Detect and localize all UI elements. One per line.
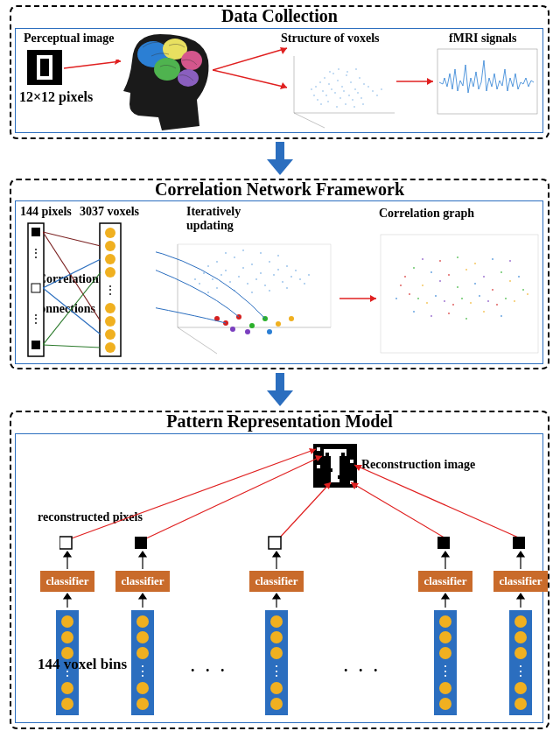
correlation-label: Correlation [38, 272, 99, 286]
bins-label: 144 voxel bins [38, 656, 143, 673]
down-arrow-1 [267, 142, 293, 177]
ellipsis-2: . . . [344, 657, 382, 676]
connections-label: connections [34, 302, 95, 316]
panel-pattern-representation: Pattern Representation Model Reconstruct… [10, 411, 550, 729]
fmri-signals-label: fMRI signals [449, 32, 516, 46]
voxels-column-label: 3037 voxels [80, 205, 139, 219]
reconstruction-image-label: Reconstruction image [361, 458, 475, 472]
title-correlation: Correlation Network Framework [11, 179, 548, 200]
corr-graph-label: Correlation graph [379, 207, 474, 221]
classifier-2: classifier [116, 571, 170, 592]
title-data-collection: Data Collection [11, 6, 548, 26]
classifier-5: classifier [494, 571, 548, 592]
classifier-1: classifier [40, 571, 94, 592]
classifier-3: classifier [249, 571, 304, 592]
panel-data-collection: Data Collection Perceptual image 12×12 p… [10, 5, 550, 139]
voxel-structure-label: Structure of voxels [281, 32, 380, 46]
panel-correlation-network: Correlation Network Framework 144 pixels… [10, 179, 550, 369]
ellipsis-1: . . . [191, 657, 228, 676]
pixels-column-label: 144 pixels [20, 205, 72, 219]
reconstructed-pixels-label: reconstructed pixels [38, 510, 143, 524]
classifier-4: classifier [418, 571, 472, 592]
pixels-dim-label: 12×12 pixels [19, 89, 93, 105]
down-arrow-2 [267, 373, 293, 408]
iterative-label: Iteratively updating [186, 205, 256, 233]
title-pattern: Pattern Representation Model [11, 411, 548, 432]
perceptual-image-label: Perceptual image [24, 32, 115, 46]
